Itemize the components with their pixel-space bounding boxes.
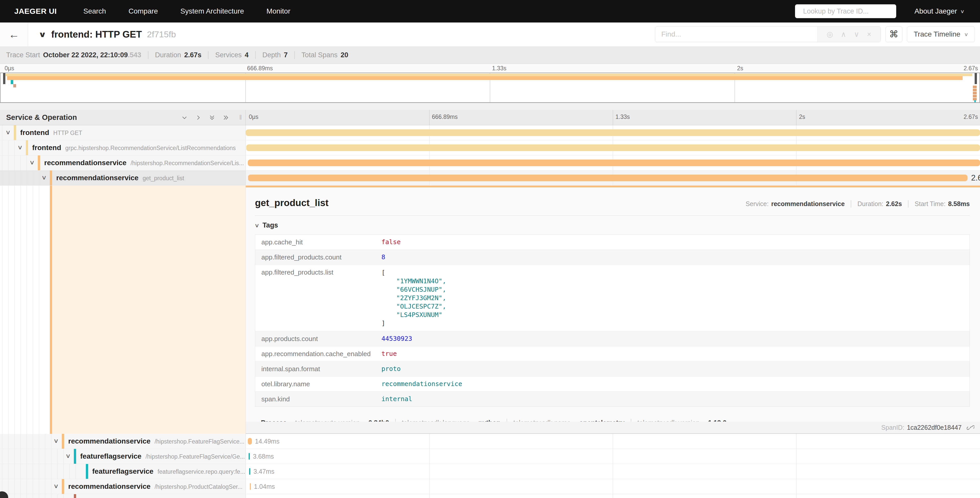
tag-row[interactable]: app.filtered_products.list["1YMWWN1N4O",… — [255, 265, 969, 331]
trace-stats: Trace StartOctober 22 2022, 22:10:09.543… — [6, 51, 348, 59]
span-name-cell[interactable]: ∨frontendHTTP GET — [0, 125, 246, 140]
operation-name: /hipstershop.ProductCatalogSer... — [154, 484, 242, 490]
tag-row[interactable]: app.products.count44530923 — [255, 331, 969, 346]
trace-minimap[interactable] — [0, 73, 980, 103]
find-input[interactable] — [655, 27, 817, 42]
find-bar: ◎ ∧ ∨ × ⌘ Trace Timeline ∨ — [655, 26, 975, 42]
keyboard-shortcuts-button[interactable]: ⌘ — [886, 26, 902, 42]
about-jaeger-label: About Jaeger — [915, 7, 957, 15]
minimap-canvas[interactable] — [0, 73, 980, 102]
tag-value-line: [ — [382, 268, 446, 277]
collapse-one-icon[interactable] — [181, 114, 188, 121]
about-jaeger-menu[interactable]: About Jaeger ∨ — [915, 7, 964, 15]
tag-row[interactable]: app.cache_hitfalse — [255, 235, 969, 250]
minimap-span-bar — [6, 73, 972, 76]
nav-item-compare[interactable]: Compare — [117, 7, 169, 15]
span-row[interactable]: ∨featureflagservice/hipstershop.FeatureF… — [0, 449, 980, 464]
span-name-cell[interactable]: ∨recommendationservice/hipstershop.Produ… — [0, 479, 246, 494]
span-name-cell[interactable] — [0, 494, 246, 498]
span-row[interactable]: ∨recommendationservice/hipstershop.Recom… — [0, 155, 980, 171]
expand-one-icon[interactable] — [195, 114, 202, 121]
span-duration-bar[interactable] — [248, 160, 980, 166]
span-timeline-cell[interactable] — [246, 125, 980, 140]
minimap-tick: 1.33s — [492, 65, 506, 72]
span-row[interactable]: ∨recommendationservice/hipstershop.Featu… — [0, 434, 980, 449]
expand-all-icon[interactable] — [223, 114, 229, 121]
minimap-span-bar — [11, 80, 13, 84]
span-duration-bar[interactable] — [249, 468, 250, 475]
span-duration-bar[interactable] — [246, 129, 980, 136]
span-rows-below-detail: ∨recommendationservice/hipstershop.Featu… — [0, 434, 980, 498]
span-detail-header: get_product_list Service:recommendations… — [255, 198, 970, 208]
span-duration-label: 1.04ms — [254, 483, 275, 490]
span-row[interactable]: ∨frontendHTTP GET — [0, 125, 980, 140]
prev-match-icon[interactable]: ∧ — [841, 30, 846, 38]
tag-row[interactable]: internal.span.formatproto — [255, 361, 969, 377]
minimap-tick: 0μs — [5, 65, 14, 72]
span-duration-label: 2.62s — [971, 173, 980, 182]
span-duration-bar[interactable] — [246, 144, 980, 151]
span-name-cell[interactable]: ∨frontendgrpc.hipstershop.Recommendation… — [0, 140, 246, 155]
trace-id-lookup-input[interactable] — [803, 7, 894, 15]
tag-row[interactable]: app.filtered_products.count8 — [255, 250, 969, 265]
trace-title-chevron-icon[interactable]: ∨ — [38, 30, 46, 39]
span-timeline-cell[interactable]: 14.49ms — [246, 434, 980, 449]
operation-name: /hipstershop.FeatureFlagService/Ge... — [146, 453, 245, 460]
span-timeline-cell[interactable] — [246, 155, 980, 170]
nav-item-monitor[interactable]: Monitor — [255, 7, 301, 15]
back-button[interactable]: ← — [0, 22, 28, 46]
deep-link-icon[interactable] — [967, 424, 974, 431]
span-name-cell[interactable]: ∨recommendationservice/hipstershop.Recom… — [0, 155, 246, 170]
span-timeline-cell[interactable] — [246, 140, 980, 155]
span-timeline-cell[interactable] — [246, 494, 980, 498]
span-timeline-cell[interactable]: 1.04ms — [246, 479, 980, 494]
tag-row[interactable]: otel.library.namerecommendationservice — [255, 377, 969, 392]
span-detail-row: get_product_list Service:recommendations… — [0, 185, 980, 434]
ruler-tick: 0μs — [249, 113, 259, 120]
minimap-span-bar — [973, 92, 977, 94]
clear-find-icon[interactable]: × — [867, 30, 871, 38]
minimap-scrubber-handle[interactable] — [3, 73, 5, 84]
span-row[interactable]: ∨frontendgrpc.hipstershop.Recommendation… — [0, 140, 980, 155]
nav-item-system-architecture[interactable]: System Architecture — [169, 7, 255, 15]
view-selector-button[interactable]: Trace Timeline ∨ — [907, 26, 975, 42]
tag-row[interactable]: span.kindinternal — [255, 392, 969, 407]
span-name-cell[interactable]: featureflagservicefeatureflagservice.rep… — [0, 464, 246, 479]
column-resize-grip[interactable]: ‖ — [239, 113, 242, 121]
span-name-cell[interactable]: ∨featureflagservice/hipstershop.FeatureF… — [0, 449, 246, 464]
app-logo[interactable]: JAEGER UI — [14, 7, 57, 16]
minimap-scrubber-handle[interactable] — [975, 73, 977, 84]
next-match-icon[interactable]: ∨ — [854, 30, 859, 38]
tag-value-line: "OLJCESPC7Z", — [382, 302, 446, 311]
nav-item-search[interactable]: Search — [72, 7, 117, 15]
collapse-all-icon[interactable] — [209, 114, 215, 121]
span-duration-bar[interactable] — [250, 483, 251, 490]
tags-section-toggle[interactable]: ∨ Tags — [255, 221, 278, 229]
span-name-cell[interactable]: ∨recommendationservice/hipstershop.Featu… — [0, 434, 246, 449]
tag-row[interactable]: app.recommendation.cache_enabledtrue — [255, 346, 969, 361]
span-duration-bar[interactable] — [248, 438, 252, 445]
span-timeline-cell[interactable]: 2.62s — [246, 171, 980, 185]
detail-rail-fill — [52, 185, 245, 434]
meta-label: Duration: — [858, 200, 883, 208]
span-timeline-cell[interactable]: 3.68ms — [246, 449, 980, 464]
span-timeline-cell[interactable]: 3.47ms — [246, 464, 980, 479]
span-duration-bar[interactable] — [248, 453, 250, 460]
ruler-tick: 2.67s — [964, 113, 978, 120]
span-row[interactable] — [0, 494, 980, 498]
span-id-label: SpanID: — [881, 424, 904, 431]
service-name: recommendationservice — [68, 482, 151, 490]
span-name-label: featureflagservice/hipstershop.FeatureFl… — [0, 449, 245, 464]
tag-key: app.filtered_products.count — [261, 253, 382, 261]
stat-label: Depth — [262, 51, 281, 59]
focus-match-icon[interactable]: ◎ — [827, 30, 833, 38]
span-row[interactable]: featureflagservicefeatureflagservice.rep… — [0, 464, 980, 479]
span-row[interactable]: ∨recommendationservice/hipstershop.Produ… — [0, 479, 980, 494]
trace-id-lookup[interactable] — [795, 4, 896, 18]
span-name-cell[interactable]: ∨recommendationserviceget_product_list — [0, 171, 246, 185]
service-name: featureflagservice — [80, 452, 142, 460]
ruler-tick: 1.33s — [616, 113, 630, 120]
span-duration-bar[interactable] — [248, 175, 967, 181]
tag-value-text: false — [382, 238, 401, 246]
span-row[interactable]: ∨recommendationserviceget_product_list2.… — [0, 171, 980, 185]
